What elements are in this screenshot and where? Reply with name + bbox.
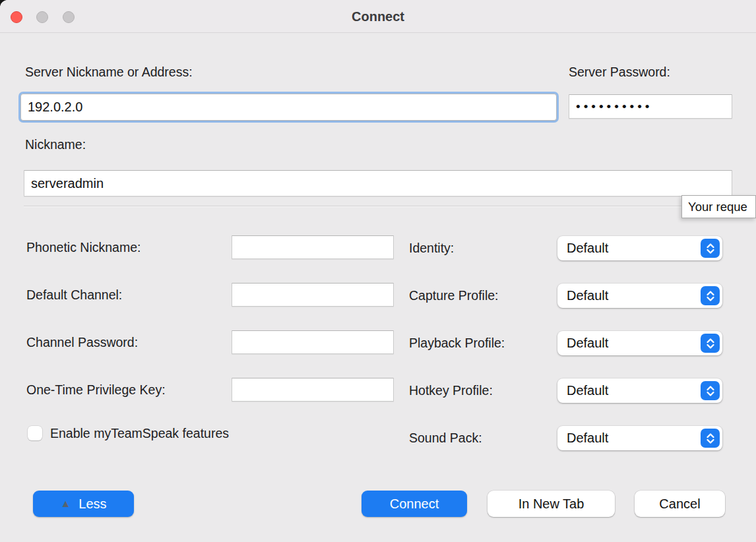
stepper-icon [701,239,720,258]
tooltip-text: Your reque [688,200,747,214]
privilege-key-input[interactable] [232,378,394,402]
collapse-triangle-icon: ▲ [60,498,71,509]
sound-pack-dropdown-value: Default [557,431,701,446]
server-address-label: Server Nickname or Address: [25,65,193,80]
identity-dropdown[interactable]: Default [557,236,722,260]
sound-pack-label: Sound Pack: [409,426,482,450]
default-channel-input[interactable] [232,283,394,307]
default-channel-label: Default Channel: [26,283,122,307]
channel-password-label: Channel Password: [26,330,138,354]
in-new-tab-button[interactable]: In New Tab [488,491,615,517]
window-title: Connect [0,0,756,33]
stepper-icon [701,429,720,448]
identity-dropdown-value: Default [557,241,701,256]
playback-profile-dropdown[interactable]: Default [557,331,722,355]
stepper-icon [701,286,720,305]
server-password-input[interactable] [569,94,732,119]
server-password-label: Server Password: [569,65,670,80]
stepper-icon [701,334,720,353]
privilege-key-label: One-Time Privilege Key: [26,378,166,402]
connect-dialog: Connect Server Nickname or Address: Serv… [0,0,756,542]
cancel-button[interactable]: Cancel [635,491,725,517]
section-divider [24,206,732,207]
server-address-input[interactable] [20,94,557,121]
playback-profile-dropdown-value: Default [557,336,701,351]
playback-profile-label: Playback Profile: [409,331,505,355]
server-address-focus-ring [18,92,559,123]
nickname-label: Nickname: [25,137,86,152]
connect-button[interactable]: Connect [362,491,467,517]
capture-profile-dropdown[interactable]: Default [557,284,722,308]
in-new-tab-button-label: In New Tab [519,497,584,512]
less-button[interactable]: ▲ Less [33,491,134,517]
tooltip: Your reque [681,195,756,218]
channel-password-input[interactable] [232,330,394,354]
titlebar: Connect [0,0,756,33]
myteamspeak-checkbox-label: Enable myTeamSpeak features [50,426,229,440]
less-button-label: Less [79,497,106,512]
sound-pack-dropdown[interactable]: Default [557,426,722,450]
hotkey-profile-label: Hotkey Profile: [409,378,493,403]
cancel-button-label: Cancel [659,497,700,512]
nickname-input[interactable] [24,170,732,196]
stepper-icon [701,381,720,400]
hotkey-profile-dropdown-value: Default [557,383,701,398]
hotkey-profile-dropdown[interactable]: Default [557,378,722,403]
phonetic-nickname-input[interactable] [232,235,394,259]
capture-profile-dropdown-value: Default [557,288,701,303]
identity-label: Identity: [409,236,454,260]
myteamspeak-checkbox[interactable] [28,426,42,440]
connect-button-label: Connect [390,497,439,512]
capture-profile-label: Capture Profile: [409,284,498,308]
phonetic-nickname-label: Phonetic Nickname: [26,235,141,259]
